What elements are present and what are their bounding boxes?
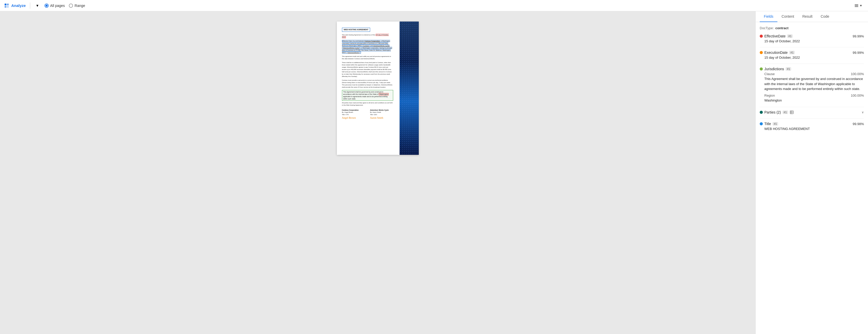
svg-rect-4 <box>855 4 858 5</box>
parties-dot <box>760 111 763 114</box>
title-name: Title <box>764 122 771 126</box>
brand-label: Analyze <box>11 3 26 8</box>
layers-button[interactable]: ▾ <box>852 2 864 9</box>
svg-rect-5 <box>855 5 858 6</box>
title-dot <box>760 122 763 126</box>
field-execution-date-header: ExecutionDate #1 99.99% <box>760 51 864 55</box>
sig-right-title: Title: CEO <box>370 114 393 116</box>
field-jurisdictions-left: Jurisdictions #1 <box>760 67 791 71</box>
field-title-left: Title #1 <box>760 122 778 126</box>
jurisdictions-clause-value: This Agreement shall be governed by and … <box>764 76 864 91</box>
divider-2 <box>760 63 864 64</box>
parties-badge: #1 <box>782 110 788 114</box>
svg-rect-3 <box>7 6 9 8</box>
effective-date-value: 15 day of October, 2022 <box>760 39 864 43</box>
layers-arrow: ▾ <box>860 4 862 7</box>
effective-date-name: EffectiveDate <box>764 34 785 38</box>
divider-1 <box>760 47 864 48</box>
table-icon[interactable] <box>790 110 794 114</box>
brand: Analyze <box>4 3 26 8</box>
all-pages-label: All pages <box>50 4 65 8</box>
signature-section: Contoso Corporation By: Angel Brown Titl… <box>342 109 393 120</box>
party-block-text: Effective Date ) by and between Contoso … <box>342 40 392 54</box>
field-parties-header: Parties (2) #1 ∨ <box>760 110 864 114</box>
all-pages-radio[interactable]: All pages <box>44 4 65 8</box>
all-pages-radio-circle <box>44 4 49 8</box>
washington-highlight: Washington <box>379 93 389 95</box>
layers-icon <box>854 3 859 8</box>
dropdown-arrow: ▾ <box>36 3 38 8</box>
tab-result[interactable]: Result <box>798 11 816 22</box>
title-confidence: 99.98% <box>852 122 864 126</box>
svg-rect-6 <box>855 6 858 7</box>
doctype-value: contract <box>775 26 788 30</box>
svg-rect-0 <box>5 4 6 5</box>
execution-date-confidence: 99.99% <box>852 51 864 55</box>
parties-chevron-down[interactable]: ∨ <box>862 110 864 114</box>
field-execution-date: ExecutionDate #1 99.99% 15 day of Octobe… <box>760 51 864 59</box>
range-radio[interactable]: Range <box>69 4 85 8</box>
sig-left-title: Title: CTO <box>342 114 365 116</box>
tab-fields[interactable]: Fields <box>760 11 777 22</box>
divider-3 <box>760 107 864 107</box>
doc-para3: Contoso must provide a person(s) to corr… <box>342 79 393 88</box>
jurisdictions-region-confidence: 100.00% <box>851 93 864 98</box>
sig-right: Adventure Works Cycle By: Aaron Smith Ti… <box>370 109 393 120</box>
para2-text: There shall be no additional fees of any… <box>342 62 392 77</box>
page-range-selector: All pages Range <box>44 4 85 8</box>
sig-left-by: By: Angel Brown <box>342 111 365 113</box>
sig-left: Contoso Corporation By: Angel Brown Titl… <box>342 109 365 120</box>
jurisdiction-clause-highlight: This Agreement shall be governed by and … <box>342 90 393 101</box>
doc-closing: All parties have read and fully agree to… <box>342 102 393 106</box>
intro-text: This web Hosting Agreement is entered as… <box>342 34 375 36</box>
execution-date-badge: #1 <box>789 51 795 54</box>
panel-content: DocType: contract EffectiveDate #1 99.99… <box>756 22 868 334</box>
field-parties-left: Parties (2) #1 <box>760 110 794 114</box>
toolbar-dropdown[interactable]: ▾ <box>34 2 40 9</box>
doctype-row: DocType: contract <box>760 26 864 30</box>
doc-intro-para: This web Hosting Agreement is entered as… <box>342 34 393 38</box>
jurisdictions-region-header: Region 100.00% <box>764 93 864 98</box>
doc-para2: There shall be no additional fees of any… <box>342 61 393 78</box>
doc-content: WEB HOSTING AGREEMENT This web Hosting A… <box>342 28 393 120</box>
sig-left-cursive: Angel Brown <box>342 116 365 120</box>
panel-tabs: Fields Content Result Code <box>756 11 868 22</box>
jurisdictions-clause: Clause 100.00% This Agreement shall be g… <box>760 72 864 91</box>
sig-right-company: Adventure Works Cycle <box>370 109 393 111</box>
jurisdictions-region-value: Washington <box>764 98 864 103</box>
divider-4 <box>760 118 864 119</box>
field-parties: Parties (2) #1 ∨ <box>760 110 864 114</box>
title-badge: #1 <box>773 122 778 126</box>
right-panel: Fields Content Result Code DocType: cont… <box>755 11 868 334</box>
jurisdictions-badge: #1 <box>785 67 791 71</box>
jurisdictions-clause-header: Clause 100.00% <box>764 72 864 76</box>
document-page: WEB HOSTING AGREEMENT This web Hosting A… <box>337 22 419 155</box>
range-label: Range <box>74 4 85 8</box>
para3-text: Contoso must provide a person(s) to corr… <box>342 80 393 88</box>
execution-date-name: ExecutionDate <box>764 51 787 55</box>
document-viewer: WEB HOSTING AGREEMENT This web Hosting A… <box>0 11 755 334</box>
field-title: Title #1 99.98% WEB HOSTING AGREEMENT <box>760 122 864 131</box>
effective-date-confidence: 99.99% <box>852 34 864 38</box>
range-radio-circle <box>69 4 73 8</box>
tab-code[interactable]: Code <box>816 11 833 22</box>
doc-title-text: WEB HOSTING AGREEMENT <box>344 29 369 30</box>
doc-party-block: Effective Date ) by and between Contoso … <box>342 40 393 54</box>
sig-right-by: By: Aaron Smith <box>370 111 393 113</box>
field-effective-date-header: EffectiveDate #1 99.99% <box>760 34 864 38</box>
doc-decorative-side <box>400 22 419 155</box>
field-title-header: Title #1 99.98% <box>760 122 864 126</box>
jurisdictions-dot <box>760 67 763 71</box>
doc-title: WEB HOSTING AGREEMENT <box>342 28 370 32</box>
jurisdictions-region-label: Region <box>764 93 775 98</box>
table-grid-icon <box>790 110 794 114</box>
svg-rect-1 <box>7 4 9 5</box>
effective-date-dot <box>760 35 763 38</box>
svg-rect-2 <box>5 6 6 8</box>
tab-content[interactable]: Content <box>777 11 798 22</box>
effective-date-badge: #1 <box>787 34 793 38</box>
toolbar-right: ▾ <box>852 2 864 9</box>
doc-para1: This agreement shall void and nullify an… <box>342 55 393 60</box>
toolbar: Analyze ▾ All pages Range ▾ <box>0 0 868 11</box>
sig-right-cursive: Aaron Smith <box>370 116 393 120</box>
